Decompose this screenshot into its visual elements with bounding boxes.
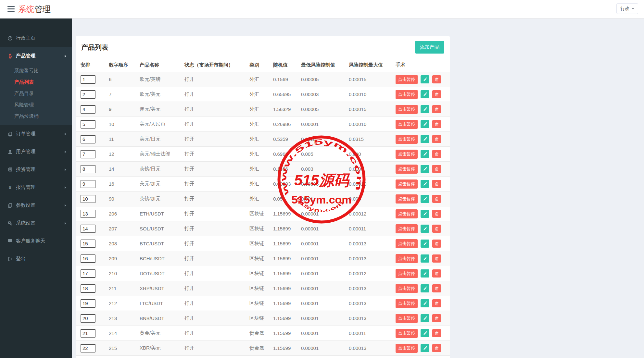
arrange-input[interactable] (81, 225, 95, 233)
pause-button[interactable]: 点击暂停 (396, 254, 418, 263)
arrange-input[interactable] (81, 165, 95, 173)
delete-button[interactable] (432, 90, 441, 98)
arrange-input[interactable] (81, 210, 95, 218)
sidebar-item-parameters[interactable]: 参数设置 (0, 196, 72, 214)
pause-button[interactable]: 点击暂停 (396, 344, 418, 353)
delete-button[interactable] (432, 120, 441, 128)
edit-button[interactable] (421, 210, 429, 218)
max-risk-cell: 0.00013 (344, 296, 391, 311)
pause-button[interactable]: 点击暂停 (396, 90, 418, 99)
pause-button[interactable]: 点击暂停 (396, 135, 418, 144)
sidebar-subitem-risk-mgmt[interactable]: 风险管理 (0, 99, 72, 110)
arrange-input[interactable] (81, 299, 95, 308)
edit-button[interactable] (421, 284, 429, 292)
sidebar-item-admin-home[interactable]: 行政主页 (0, 29, 72, 47)
pause-button[interactable]: 点击暂停 (396, 299, 418, 308)
edit-button[interactable] (421, 195, 429, 203)
delete-button[interactable] (432, 329, 441, 337)
delete-button[interactable] (432, 254, 441, 263)
pause-button[interactable]: 点击暂停 (396, 179, 418, 189)
edit-button[interactable] (421, 314, 429, 322)
min-risk-cell: 0.00001 (297, 206, 344, 221)
arrange-input[interactable] (81, 90, 95, 99)
pause-button[interactable]: 点击暂停 (396, 239, 418, 248)
edit-button[interactable] (421, 329, 429, 337)
delete-button[interactable] (432, 284, 441, 292)
sidebar-item-logout[interactable]: 登出 (0, 250, 72, 268)
delete-button[interactable] (432, 75, 441, 83)
product-name-cell: 美元/人民币 (135, 117, 180, 132)
edit-button[interactable] (421, 344, 429, 352)
arrange-input[interactable] (81, 180, 95, 188)
arrange-input[interactable] (81, 195, 95, 203)
arrange-input[interactable] (81, 269, 95, 278)
add-product-button[interactable]: 添加产品 (415, 41, 444, 54)
sidebar-item-customer-chat[interactable]: 客户服务聊天 (0, 232, 72, 250)
edit-button[interactable] (421, 165, 429, 173)
delete-button[interactable] (432, 344, 441, 352)
pause-button[interactable]: 点击暂停 (396, 194, 418, 204)
delete-button[interactable] (432, 314, 441, 322)
edit-button[interactable] (421, 90, 429, 98)
sidebar-subitem-product-list[interactable]: 产品列表 (0, 76, 72, 88)
arrange-input[interactable] (81, 150, 95, 158)
pause-button[interactable]: 点击暂停 (396, 314, 418, 323)
menu-toggle-icon[interactable] (7, 6, 15, 12)
sidebar-subitem-profit-ratio[interactable]: 系统盈亏比 (0, 65, 72, 76)
sidebar-subitem-product-trash[interactable]: 产品垃圾桶 (0, 110, 72, 122)
edit-button[interactable] (421, 105, 429, 113)
arrange-input[interactable] (81, 240, 95, 248)
arrange-input[interactable] (81, 254, 95, 263)
edit-button[interactable] (421, 120, 429, 128)
sidebar-subitem-product-catalog[interactable]: 产品目录 (0, 88, 72, 99)
edit-button[interactable] (421, 75, 429, 83)
user-dropdown[interactable]: 行政 (616, 3, 638, 14)
delete-button[interactable] (432, 269, 441, 278)
pause-button[interactable]: 点击暂停 (396, 75, 418, 84)
arrange-input[interactable] (81, 284, 95, 293)
delete-button[interactable] (432, 195, 441, 203)
delete-button[interactable] (432, 299, 441, 307)
pause-button[interactable]: 点击暂停 (396, 165, 418, 174)
delete-button[interactable] (432, 105, 441, 113)
edit-button[interactable] (421, 225, 429, 233)
arrange-input[interactable] (81, 344, 95, 352)
arrange-input[interactable] (81, 329, 95, 338)
delete-button[interactable] (432, 180, 441, 188)
delete-button[interactable] (432, 210, 441, 218)
edit-button[interactable] (421, 269, 429, 278)
pause-button[interactable]: 点击暂停 (396, 209, 418, 218)
edit-button[interactable] (421, 299, 429, 307)
pause-button[interactable]: 点击暂停 (396, 120, 418, 129)
edit-button[interactable] (421, 150, 429, 158)
pause-button[interactable]: 点击暂停 (396, 150, 418, 159)
pencil-icon (423, 256, 427, 261)
sidebar-item-system-settings[interactable]: 系统设置 (0, 214, 72, 232)
pause-button[interactable]: 点击暂停 (396, 224, 418, 233)
delete-button[interactable] (432, 240, 441, 248)
sidebar-item-orders[interactable]: 订单管理 (0, 125, 72, 143)
sidebar-item-investments[interactable]: 投资管理 (0, 161, 72, 179)
sidebar-item-reports[interactable]: ¥ 报告管理 (0, 179, 72, 196)
arrange-input[interactable] (81, 75, 95, 84)
sidebar-group-product-mgmt: 产品管理 系统盈亏比 产品列表 产品目录 风险管理 产品垃圾桶 (0, 47, 72, 125)
pause-button[interactable]: 点击暂停 (396, 284, 418, 293)
arrange-input[interactable] (81, 135, 95, 143)
arrange-input[interactable] (81, 314, 95, 323)
arrange-input[interactable] (81, 105, 95, 114)
pause-button[interactable]: 点击暂停 (396, 269, 418, 278)
pause-button[interactable]: 点击暂停 (396, 105, 418, 114)
arrange-input[interactable] (81, 120, 95, 129)
sidebar-item-product-mgmt[interactable]: 产品管理 (0, 47, 72, 65)
edit-button[interactable] (421, 180, 429, 188)
edit-button[interactable] (421, 135, 429, 143)
delete-button[interactable] (432, 165, 441, 173)
edit-button[interactable] (421, 254, 429, 263)
sidebar-item-users[interactable]: 用户管理 (0, 143, 72, 161)
delete-button[interactable] (432, 150, 441, 158)
table-row: 9 澳元/美元 打开 外汇 1.56329 0.00005 0.00015 点击… (76, 102, 450, 117)
pause-button[interactable]: 点击暂停 (396, 329, 418, 338)
delete-button[interactable] (432, 225, 441, 233)
edit-button[interactable] (421, 240, 429, 248)
delete-button[interactable] (432, 135, 441, 143)
